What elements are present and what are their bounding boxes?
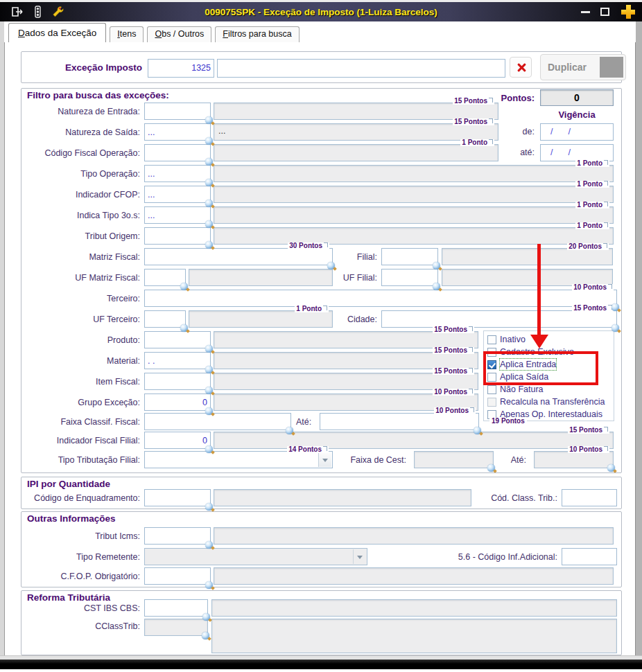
- filial-input[interactable]: [381, 248, 438, 265]
- lookup-magnifier-icon: [205, 366, 213, 373]
- annotation-arrow-head: [530, 335, 548, 348]
- uf-terceiro-display: 1 Ponto: [189, 310, 333, 328]
- checkbox-label: Recalcula na Transferência: [500, 396, 605, 407]
- filtro-section-title: Filtro para busca das exceções:: [27, 90, 169, 100]
- faixa-classif-fiscal-input[interactable]: [144, 413, 291, 430]
- cclasstrib-input: [144, 619, 208, 636]
- lookup-magnifier-icon: [205, 581, 213, 589]
- points-chip: 15 Pontos: [453, 98, 494, 105]
- points-chip: 30 Pontos: [288, 242, 329, 249]
- points-chip: 10 Pontos: [434, 407, 476, 414]
- natureza-saida-input[interactable]: [144, 123, 211, 141]
- item-fiscal-input[interactable]: [144, 373, 211, 390]
- lookup-magnifier-icon: [205, 541, 213, 549]
- codigo-enquadramento-input[interactable]: [144, 489, 211, 506]
- lookup-magnifier-icon: [180, 324, 188, 332]
- exit-icon[interactable]: [11, 6, 24, 17]
- clear-button[interactable]: [510, 57, 532, 78]
- excecao-imposto-code-input[interactable]: [148, 59, 214, 78]
- tab-itens[interactable]: Itens: [110, 26, 144, 42]
- duplicar-label: Duplicar: [548, 62, 587, 73]
- produto-input[interactable]: [144, 331, 211, 348]
- lookup-magnifier-icon: [433, 283, 440, 290]
- codigo-fiscal-operacao-input[interactable]: [144, 144, 211, 161]
- cclasstrib-display: [211, 619, 617, 653]
- tribut-icms-input[interactable]: [144, 527, 211, 545]
- wrench-icon[interactable]: [51, 6, 64, 18]
- tab-content: Exceção Imposto Duplicar Filtro para bus…: [4, 51, 636, 664]
- field-label: Código Fiscal Operação:: [21, 148, 144, 158]
- row-indica-tipo-3os: Indica Tipo 3o.s: 1 Ponto: [21, 206, 617, 224]
- uf-terceiro-input[interactable]: [144, 310, 186, 328]
- row-cclasstrib: CClassTrib:: [21, 619, 617, 655]
- tipo-tributacao-filial-select[interactable]: 14 Pontos: [144, 451, 333, 468]
- lookup-magnifier-icon: [611, 303, 619, 311]
- codigo-inf-adicional-input[interactable]: [562, 548, 617, 565]
- natureza-entrada-input[interactable]: [144, 103, 211, 120]
- lookup-magnifier-icon: [202, 613, 210, 621]
- maximize-icon[interactable]: [600, 8, 609, 16]
- field-label: Cidade:: [333, 315, 381, 324]
- grupo-excecao-input[interactable]: [144, 394, 211, 411]
- traffic-light-icon[interactable]: [33, 6, 42, 18]
- tab-filtros-para-busca[interactable]: Filtros para busca: [215, 26, 299, 42]
- points-chip: 1 Ponto: [460, 139, 494, 146]
- uf-matriz-fiscal-input[interactable]: [144, 269, 186, 286]
- field-label: UF Filial:: [333, 273, 381, 283]
- field-label: UF Terceiro:: [21, 315, 144, 324]
- tipo-operacao-input[interactable]: [144, 165, 211, 182]
- tab-label: Filtros para busca: [223, 29, 291, 39]
- lookup-magnifier-icon: [611, 324, 619, 332]
- vigencia-ate-input[interactable]: [540, 144, 614, 161]
- duplicar-button[interactable]: Duplicar: [540, 54, 626, 80]
- tab-bar: Dados da Exceção Itens Obs / Outros Filt…: [4, 21, 636, 42]
- field-label: Indicador Fiscal Filial:: [21, 436, 144, 445]
- tipo-remetente-select: [144, 548, 367, 565]
- checkbox-label: Não Fatura: [500, 384, 544, 395]
- tribut-icms-display: [214, 527, 614, 545]
- lookup-magnifier-icon: [205, 158, 213, 166]
- cst-ibs-cbs-input[interactable]: [144, 599, 208, 617]
- field-label: Tribut Origem:: [21, 231, 144, 241]
- field-label: C.F.O.P. Obrigatório:: [21, 572, 144, 581]
- app-window: 009075SPK - Exceção de Imposto (1-Luiza …: [0, 0, 642, 672]
- lookup-magnifier-icon: [205, 220, 213, 228]
- lookup-magnifier-icon: [607, 464, 615, 472]
- vigencia-de-input[interactable]: [540, 123, 614, 141]
- points-chip: 19 Pontos: [489, 418, 527, 425]
- tab-dados-da-excecao[interactable]: Dados da Exceção: [8, 23, 106, 42]
- add-plus-icon[interactable]: [620, 3, 636, 20]
- matriz-fiscal-input[interactable]: [144, 248, 333, 265]
- clear-x-icon: [517, 62, 526, 72]
- cod-class-trib-input[interactable]: [562, 489, 617, 506]
- points-chip: 10 Pontos: [568, 446, 609, 453]
- annotation-highlight-box: [483, 351, 598, 385]
- field-label: UF Matriz Fiscal:: [21, 273, 144, 283]
- faixa-classif-fiscal-ate-input[interactable]: [320, 413, 479, 430]
- lookup-magnifier-icon: [202, 632, 209, 639]
- terceiro-input[interactable]: [144, 290, 617, 307]
- indicador-cfop-input[interactable]: [144, 186, 211, 203]
- cfop-obrigatorio-input[interactable]: [144, 567, 211, 585]
- lookup-magnifier-icon: [205, 387, 213, 394]
- indica-tipo-3os-input[interactable]: [144, 206, 211, 224]
- minimize-icon[interactable]: [581, 11, 590, 13]
- field-label: CClassTrib:: [21, 619, 144, 631]
- tribut-origem-input[interactable]: [144, 227, 211, 245]
- field-label: Filial:: [333, 252, 381, 262]
- lookup-magnifier-icon: [327, 262, 335, 269]
- indicador-fiscal-filial-input[interactable]: [144, 432, 211, 449]
- points-chip: 10 Pontos: [572, 284, 614, 291]
- row-indicador-cfop: Indicador CFOP: 1 Ponto: [21, 186, 617, 203]
- checkbox-box: [487, 335, 496, 344]
- section-outras-informacoes: Outras Informações Tribut Icms: Tipo Rem…: [21, 511, 622, 587]
- ipi-section-title: IPI por Quantidade: [27, 479, 110, 489]
- checkbox-inativo[interactable]: Inativo: [487, 333, 614, 346]
- cidade-input[interactable]: [381, 310, 617, 328]
- tab-obs-outros[interactable]: Obs / Outros: [147, 26, 211, 42]
- excecao-imposto-description-input[interactable]: [217, 59, 505, 78]
- uf-filial-input[interactable]: [381, 269, 438, 286]
- material-input[interactable]: [144, 352, 211, 369]
- lookup-magnifier-icon: [286, 427, 293, 434]
- lookup-magnifier-icon: [205, 445, 213, 453]
